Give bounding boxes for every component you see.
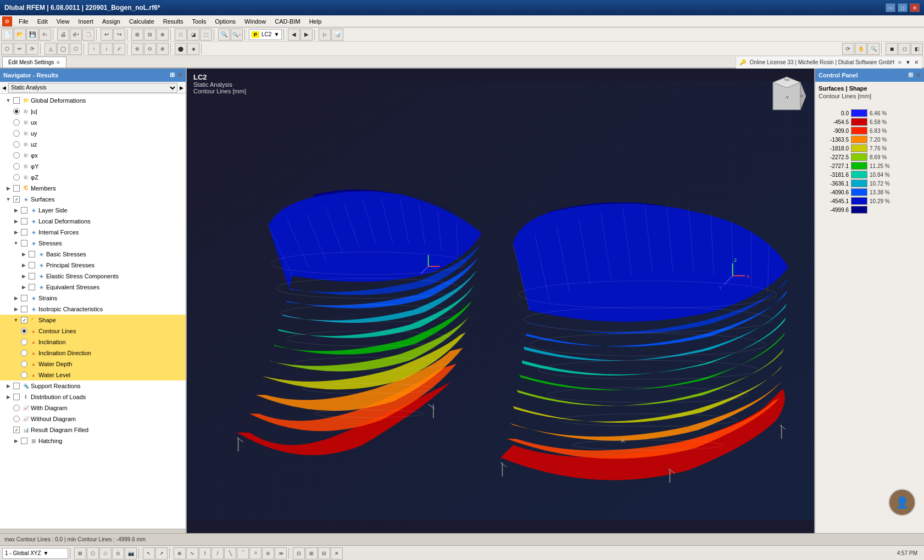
tb2-12[interactable]: ⊛ [157,43,169,55]
cp-close-btn[interactable]: ✕ [915,71,921,79]
tree-result-diagram[interactable]: ✓ 📊 Result Diagram Filled [0,424,186,435]
tb2-1[interactable]: ⬡ [1,43,13,55]
bt-btn-6[interactable]: ↖ [143,547,155,559]
tree-inclination[interactable]: ▲ Inclination [0,337,186,348]
expand-support-reactions[interactable]: ▶ [4,382,12,390]
tree-local-def[interactable]: ▶ ◈ Local Deformations [0,216,186,227]
tb2-14[interactable]: ◈ [187,43,199,55]
menu-view[interactable]: View [52,17,74,26]
lc-arrow[interactable]: ▼ [274,31,279,37]
tab-edit-mesh-settings[interactable]: Edit Mesh Settings ✕ [2,57,66,68]
menu-edit[interactable]: Edit [33,17,52,26]
bt-snap3[interactable]: ⌇ [199,547,211,559]
tb-open[interactable]: 📂 [14,29,26,41]
bt-sel3[interactable]: ⊟ [318,547,330,559]
expand-surfaces[interactable]: ▼ [4,195,12,203]
navigation-cube[interactable]: -Y Top R [765,74,809,118]
tb-display[interactable]: ◼ [886,43,898,55]
tb-undo[interactable]: ↩ [101,29,113,41]
expand-basic-stresses[interactable]: ▶ [20,250,27,258]
restore-button[interactable]: □ [898,3,908,12]
tb-save2[interactable]: S↓ [39,29,51,41]
expand-internal-forces[interactable]: ▶ [12,228,20,236]
tb2-6[interactable]: ⬡ [70,43,82,55]
menu-help[interactable]: Help [305,17,326,26]
nav-expand-btn[interactable]: ▶ [180,85,183,91]
expand-strains[interactable]: ▶ [12,294,20,302]
nav-analysis-dropdown[interactable]: Static Analysis [8,83,177,93]
cp-restore-btn[interactable]: ⊞ [908,71,913,79]
tb-view3[interactable]: ⬚ [200,29,212,41]
radio-ux[interactable] [13,119,20,126]
radio-pz[interactable] [13,174,20,181]
radio-water-level[interactable] [21,372,27,378]
tb-print2[interactable]: 🖨+ [70,29,82,41]
tb2-7[interactable]: ↑ [88,43,100,55]
tree-elastic-stress[interactable]: ▶ ◈ Elastic Stress Components [0,271,186,282]
nav-collapse-btn[interactable]: ◀ [2,85,6,91]
tree-isotropic[interactable]: ▶ ◈ Isotropic Characteristics [0,304,186,315]
tb-save[interactable]: 💾 [26,29,38,41]
tree-u-abs[interactable]: ⊞ |u| [0,106,186,117]
tb-wire[interactable]: ◻ [898,43,910,55]
tree-equiv-stresses[interactable]: ▶ ◈ Equivalent Stresses [0,282,186,293]
radio-py[interactable] [13,163,20,170]
menu-insert[interactable]: Insert [74,17,98,26]
tb2-9[interactable]: ⤢ [113,43,125,55]
cb-elastic-stress[interactable] [29,273,35,279]
tree-principal-stresses[interactable]: ▶ ◈ Principal Stresses [0,260,186,271]
tb-next-lc[interactable]: ▶ [300,29,313,41]
cb-global-def[interactable] [13,97,20,104]
bt-snap9[interactable]: ≫ [275,547,287,559]
minimize-button[interactable]: ─ [886,3,895,12]
tree-surfaces[interactable]: ▼ ✓ ◈ Surfaces [0,194,186,205]
tb-print[interactable]: 🖨 [57,29,69,41]
expand-hatching[interactable]: ▶ [12,437,20,445]
cb-surfaces[interactable]: ✓ [13,196,20,203]
menu-cad-bim[interactable]: CAD-BIM [270,17,304,26]
bt-btn-2[interactable]: ⬡ [87,547,99,559]
menu-assign[interactable]: Assign [98,17,125,26]
bt-btn-3[interactable]: □ [99,547,112,559]
tb2-2[interactable]: ✏ [14,43,26,55]
tb2-10[interactable]: ⊚ [131,43,143,55]
tb-print3[interactable]: 📋 [82,29,94,41]
cb-basic-stresses[interactable] [29,251,35,257]
expand-isotropic[interactable]: ▶ [12,305,20,313]
tree-shape[interactable]: ▼ ✓ 📁 Shape [0,315,186,326]
tb2-3[interactable]: ⟳ [26,43,38,55]
expand-dist-loads[interactable]: ▶ [4,393,12,401]
tab-close-2[interactable]: ✕ [898,60,902,65]
tb-snap[interactable]: ⊕ [157,29,169,41]
tree-hatching[interactable]: ▶ ▦ Hatching [0,435,186,446]
tb-view1[interactable]: □ [175,29,187,41]
tree-py[interactable]: ⊞ φY [0,161,186,172]
bt-btn-5[interactable]: 📷 [125,547,137,559]
expand-members[interactable]: ▶ [4,184,12,192]
cb-hatching[interactable] [21,438,27,444]
cb-support-reactions[interactable] [13,383,20,389]
tb-zoom[interactable]: 🔍 [867,43,880,55]
tb-view2[interactable]: ◪ [187,29,199,41]
tree-members[interactable]: ▶ 🏗 Members [0,183,186,194]
cb-layer-side[interactable] [21,207,27,214]
tree-uz[interactable]: ⊞ uz [0,139,186,150]
tree-layer-side[interactable]: ▶ ◈ Layer Side [0,205,186,216]
nav-close-btn[interactable]: ✕ [177,71,182,79]
tree-inclination-dir[interactable]: ▲ Inclination Direction [0,348,186,359]
cb-strains[interactable] [21,295,27,301]
tree-stresses[interactable]: ▼ ◈ Stresses [0,238,186,249]
menu-options[interactable]: Options [210,17,240,26]
expand-equiv-stresses[interactable]: ▶ [20,283,27,291]
bt-snap7[interactable]: ⌗ [249,547,261,559]
view-dropdown[interactable]: 1 - Global XYZ ▼ [2,548,68,559]
tree-support-reactions[interactable]: ▶ 🔩 Support Reactions [0,380,186,391]
tb2-5[interactable]: ◯ [57,43,69,55]
tab-close-1[interactable]: ✕ [56,60,60,65]
cb-stresses[interactable] [21,240,27,247]
expand-elastic-stress[interactable]: ▶ [20,272,27,280]
tree-with-diagram[interactable]: 📈 With Diagram [0,402,186,413]
radio-u-abs[interactable] [13,108,20,115]
cb-equiv-stresses[interactable] [29,284,35,290]
cb-result-diagram[interactable]: ✓ [13,427,20,433]
